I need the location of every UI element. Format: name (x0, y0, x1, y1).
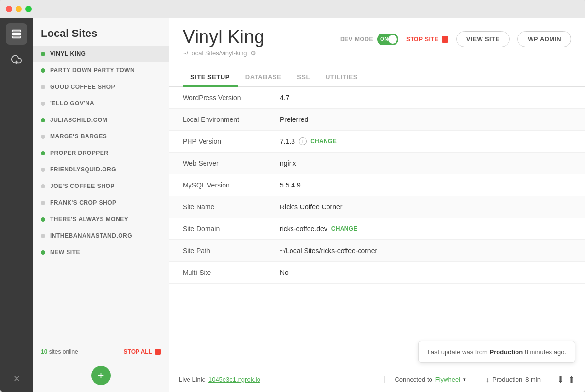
info-icon[interactable]: i (299, 137, 307, 145)
production-time: 8 min (525, 376, 541, 383)
update-popup-bold: Production (489, 348, 523, 356)
live-link-url[interactable]: 1045e3c1.ngrok.io (208, 376, 260, 383)
close-nav-button[interactable]: ✕ (13, 374, 20, 392)
bottom-bar: Live Link: 1045e3c1.ngrok.io Connected t… (169, 367, 585, 392)
minimize-dot[interactable] (16, 6, 22, 12)
row-value-2: 7.1.3iCHANGE (280, 137, 337, 145)
row-value-text-7: ~/Local Sites/ricks-coffee-corner (280, 247, 377, 255)
row-value-text-5: Rick's Coffee Corner (280, 203, 342, 211)
stop-site-button[interactable]: STOP SITE (406, 36, 448, 43)
close-dot[interactable] (6, 6, 12, 12)
site-status-dot-10 (41, 217, 45, 222)
site-status-dot-6 (41, 151, 45, 155)
wp-admin-button[interactable]: WP ADMIN (517, 31, 571, 47)
production-label: Production (492, 376, 522, 383)
table-row: PHP Version7.1.3iCHANGE (169, 131, 585, 153)
row-value-text-6: ricks-coffee.dev (280, 225, 327, 233)
upload-icon-2[interactable]: ⬆ (568, 375, 575, 385)
site-status-dot-1 (41, 68, 45, 73)
upload-icon-1[interactable]: ⬇ (557, 375, 564, 385)
flywheel-link[interactable]: Flywheel (435, 376, 460, 383)
table-row: MySQL Version5.5.4.9 (169, 174, 585, 196)
add-site-button[interactable]: + (91, 366, 111, 385)
tab-site-setup[interactable]: SITE SETUP (183, 68, 238, 87)
content-topbar: Vinyl King ~/Local Sites/vinyl-king ⚙ DE… (169, 18, 585, 57)
table-row: Web Servernginx (169, 153, 585, 174)
site-status-dot-9 (41, 201, 45, 205)
table-row: Multi-SiteNo (169, 262, 585, 284)
live-link-area: Live Link: 1045e3c1.ngrok.io (179, 376, 385, 383)
sidebar-item-8[interactable]: JOE'S COFFEE SHOP (33, 178, 169, 194)
sidebar-item-10[interactable]: THERE'S ALWAYS MONEY (33, 211, 169, 227)
row-value-text-4: 5.5.4.9 (280, 181, 301, 189)
stop-all-button[interactable]: STOP ALL (124, 348, 161, 355)
row-label-7: Site Path (183, 247, 280, 255)
row-label-2: PHP Version (183, 137, 280, 145)
sidebar-item-12[interactable]: NEW SITE (33, 244, 169, 260)
update-popup-text: Last update was from (428, 348, 488, 356)
row-value-1: Preferred (280, 116, 308, 123)
sidebar-item-5[interactable]: MARGE'S BARGES (33, 128, 169, 145)
row-value-text-2: 7.1.3 (280, 137, 295, 145)
tab-database[interactable]: DATABASE (238, 68, 289, 87)
row-label-8: Multi-Site (183, 269, 280, 276)
site-label-11: INTHEBANANASTAND.ORG (50, 232, 132, 239)
site-status-dot-11 (41, 234, 45, 238)
site-status-dot-5 (41, 135, 45, 139)
row-value-4: 5.5.4.9 (280, 181, 301, 189)
sidebar-item-11[interactable]: INTHEBANANASTAND.ORG (33, 227, 169, 244)
site-setup-table: WordPress Version4.7Local EnvironmentPre… (169, 87, 585, 367)
site-status-dot-12 (41, 250, 45, 255)
sidebar-item-0[interactable]: VINYL KING (33, 46, 169, 62)
change-link[interactable]: CHANGE (310, 138, 337, 145)
row-value-text-0: 4.7 (280, 94, 289, 102)
site-label-6: PROPER DROPPER (50, 150, 108, 156)
toggle-label: ON (380, 36, 388, 42)
view-site-button[interactable]: VIEW SITE (456, 31, 510, 47)
site-label-4: JULIASCHILD.COM (50, 117, 107, 123)
stop-site-icon (442, 36, 448, 43)
tab-ssl[interactable]: SSL (289, 68, 318, 87)
table-row: Site Domainricks-coffee.devCHANGE (169, 218, 585, 240)
sites-list: VINYL KINGPARTY DOWN PARTY TOWNGOOD COFF… (33, 46, 169, 342)
dev-mode-label: DEV MODE (340, 36, 373, 43)
update-popup-suffix: 8 minutes ago. (525, 348, 566, 356)
titlebar (0, 0, 585, 18)
site-label-3: 'ELLO GOV'NA (50, 100, 94, 107)
sidebar-item-6[interactable]: PROPER DROPPER (33, 145, 169, 161)
sidebar-item-4[interactable]: JULIASCHILD.COM (33, 112, 169, 128)
sidebar-item-2[interactable]: GOOD COFFEE SHOP (33, 79, 169, 95)
tab-utilities[interactable]: UTILITIES (318, 68, 365, 87)
row-value-6: ricks-coffee.devCHANGE (280, 225, 358, 233)
site-label-1: PARTY DOWN PARTY TOWN (50, 67, 135, 74)
cloud-nav-icon[interactable] (6, 49, 27, 70)
path-settings-icon[interactable]: ⚙ (250, 50, 256, 57)
sidebar-item-9[interactable]: FRANK'S CROP SHOP (33, 194, 169, 211)
row-label-1: Local Environment (183, 116, 280, 123)
site-path-text: ~/Local Sites/vinyl-king (183, 50, 247, 57)
site-label-7: FRIENDLYSQUID.ORG (50, 166, 116, 173)
download-icon: ↓ (486, 376, 489, 384)
site-status-dot-8 (41, 184, 45, 188)
dev-mode-toggle[interactable]: ON (377, 34, 398, 45)
topbar-actions: DEV MODE ON STOP SITE VIEW SITE WP ADMIN (340, 27, 571, 47)
site-label-8: JOE'S COFFEE SHOP (50, 183, 115, 189)
row-value-5: Rick's Coffee Corner (280, 203, 342, 211)
sidebar-item-1[interactable]: PARTY DOWN PARTY TOWN (33, 62, 169, 79)
flywheel-chevron-icon[interactable]: ▾ (463, 376, 466, 383)
sidebar-item-7[interactable]: FRIENDLYSQUID.ORG (33, 161, 169, 178)
sites-nav-icon[interactable] (6, 23, 27, 45)
sidebar-item-3[interactable]: 'ELLO GOV'NA (33, 95, 169, 112)
live-link-label: Live Link: (179, 376, 206, 383)
stop-all-icon (155, 349, 161, 355)
row-value-0: 4.7 (280, 94, 289, 102)
flywheel-area: Connected to Flywheel ▾ (385, 376, 476, 383)
site-status-dot-7 (41, 168, 45, 172)
stop-all-label: STOP ALL (124, 348, 152, 355)
change-link[interactable]: CHANGE (331, 225, 358, 232)
maximize-dot[interactable] (25, 6, 32, 12)
table-row: Local EnvironmentPreferred (169, 109, 585, 131)
update-popup: Last update was from Production 8 minute… (418, 341, 575, 363)
sidebar: Local Sites VINYL KINGPARTY DOWN PARTY T… (33, 18, 169, 392)
svg-rect-1 (12, 33, 21, 35)
